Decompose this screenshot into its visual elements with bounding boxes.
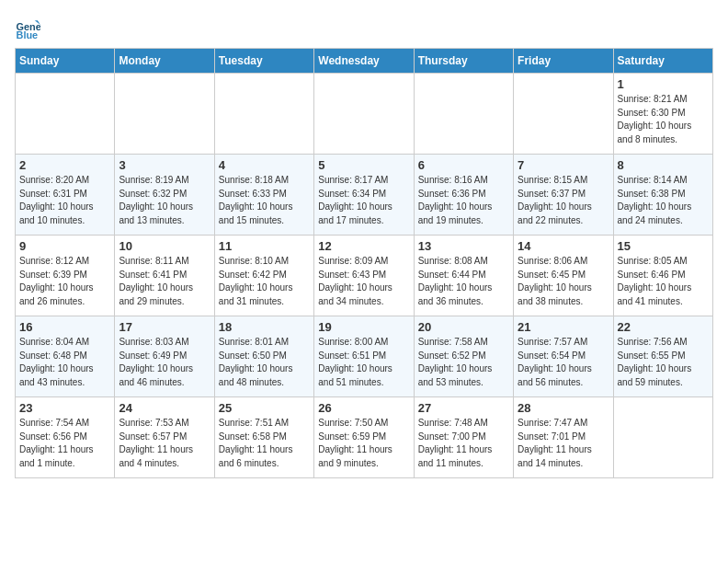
day-number: 3 <box>119 158 210 172</box>
calendar-week-3: 9Sunrise: 8:12 AM Sunset: 6:39 PM Daylig… <box>16 236 713 316</box>
calendar-cell <box>115 74 214 155</box>
calendar-cell: 9Sunrise: 8:12 AM Sunset: 6:39 PM Daylig… <box>16 236 115 316</box>
day-info: Sunrise: 8:10 AM Sunset: 6:42 PM Dayligh… <box>219 255 310 308</box>
calendar-cell: 15Sunrise: 8:05 AM Sunset: 6:46 PM Dayli… <box>613 236 712 316</box>
day-info: Sunrise: 8:08 AM Sunset: 6:44 PM Dayligh… <box>418 255 509 308</box>
day-info: Sunrise: 8:01 AM Sunset: 6:50 PM Dayligh… <box>219 336 310 389</box>
day-number: 12 <box>318 239 409 253</box>
weekday-header-wednesday: Wednesday <box>314 49 414 74</box>
day-info: Sunrise: 8:19 AM Sunset: 6:32 PM Dayligh… <box>119 174 210 227</box>
day-info: Sunrise: 8:12 AM Sunset: 6:39 PM Dayligh… <box>19 255 110 308</box>
day-number: 23 <box>19 401 110 415</box>
day-info: Sunrise: 8:11 AM Sunset: 6:41 PM Dayligh… <box>119 255 210 308</box>
day-number: 27 <box>418 401 509 415</box>
day-number: 10 <box>119 239 210 253</box>
svg-text:Blue: Blue <box>17 29 39 40</box>
calendar-cell: 8Sunrise: 8:14 AM Sunset: 6:38 PM Daylig… <box>613 155 712 236</box>
day-number: 8 <box>618 158 709 172</box>
day-number: 19 <box>318 320 409 334</box>
day-info: Sunrise: 7:58 AM Sunset: 6:52 PM Dayligh… <box>418 336 509 389</box>
calendar-week-2: 2Sunrise: 8:20 AM Sunset: 6:31 PM Daylig… <box>16 155 713 236</box>
calendar-header: SundayMondayTuesdayWednesdayThursdayFrid… <box>16 49 713 74</box>
weekday-header-tuesday: Tuesday <box>214 49 313 74</box>
calendar-cell: 21Sunrise: 7:57 AM Sunset: 6:54 PM Dayli… <box>514 316 613 397</box>
calendar-body: 1Sunrise: 8:21 AM Sunset: 6:30 PM Daylig… <box>16 74 713 478</box>
calendar-cell: 19Sunrise: 8:00 AM Sunset: 6:51 PM Dayli… <box>314 316 414 397</box>
day-info: Sunrise: 7:50 AM Sunset: 6:59 PM Dayligh… <box>318 417 409 470</box>
day-number: 6 <box>418 158 509 172</box>
day-number: 28 <box>518 401 609 415</box>
day-number: 7 <box>518 158 609 172</box>
day-number: 17 <box>119 320 210 334</box>
day-info: Sunrise: 7:57 AM Sunset: 6:54 PM Dayligh… <box>518 336 609 389</box>
calendar-cell: 26Sunrise: 7:50 AM Sunset: 6:59 PM Dayli… <box>314 397 414 478</box>
day-number: 25 <box>219 401 310 415</box>
calendar-cell: 2Sunrise: 8:20 AM Sunset: 6:31 PM Daylig… <box>16 155 115 236</box>
weekday-header-friday: Friday <box>514 49 613 74</box>
weekday-header-saturday: Saturday <box>613 49 712 74</box>
calendar-cell: 5Sunrise: 8:17 AM Sunset: 6:34 PM Daylig… <box>314 155 414 236</box>
day-info: Sunrise: 8:00 AM Sunset: 6:51 PM Dayligh… <box>318 336 409 389</box>
day-number: 14 <box>518 239 609 253</box>
day-number: 26 <box>318 401 409 415</box>
calendar-cell <box>16 74 115 155</box>
day-info: Sunrise: 8:16 AM Sunset: 6:36 PM Dayligh… <box>418 174 509 227</box>
calendar-cell: 24Sunrise: 7:53 AM Sunset: 6:57 PM Dayli… <box>115 397 214 478</box>
day-number: 22 <box>618 320 709 334</box>
logo: General Blue <box>15 15 44 40</box>
calendar-cell: 6Sunrise: 8:16 AM Sunset: 6:36 PM Daylig… <box>414 155 513 236</box>
weekday-header-sunday: Sunday <box>16 49 115 74</box>
calendar-cell: 13Sunrise: 8:08 AM Sunset: 6:44 PM Dayli… <box>414 236 513 316</box>
day-number: 16 <box>19 320 110 334</box>
calendar-cell: 16Sunrise: 8:04 AM Sunset: 6:48 PM Dayli… <box>16 316 115 397</box>
day-info: Sunrise: 7:54 AM Sunset: 6:56 PM Dayligh… <box>19 417 110 470</box>
day-info: Sunrise: 8:05 AM Sunset: 6:46 PM Dayligh… <box>618 255 709 308</box>
logo-icon: General Blue <box>15 15 40 40</box>
calendar-cell: 27Sunrise: 7:48 AM Sunset: 7:00 PM Dayli… <box>414 397 513 478</box>
calendar-week-1: 1Sunrise: 8:21 AM Sunset: 6:30 PM Daylig… <box>16 74 713 155</box>
day-info: Sunrise: 7:48 AM Sunset: 7:00 PM Dayligh… <box>418 417 509 470</box>
day-info: Sunrise: 7:51 AM Sunset: 6:58 PM Dayligh… <box>219 417 310 470</box>
calendar-cell <box>214 74 313 155</box>
day-info: Sunrise: 8:18 AM Sunset: 6:33 PM Dayligh… <box>219 174 310 227</box>
calendar-week-4: 16Sunrise: 8:04 AM Sunset: 6:48 PM Dayli… <box>16 316 713 397</box>
calendar-table: SundayMondayTuesdayWednesdayThursdayFrid… <box>15 48 713 478</box>
calendar-cell <box>613 397 712 478</box>
day-number: 15 <box>618 239 709 253</box>
calendar-cell: 20Sunrise: 7:58 AM Sunset: 6:52 PM Dayli… <box>414 316 513 397</box>
day-info: Sunrise: 7:47 AM Sunset: 7:01 PM Dayligh… <box>518 417 609 470</box>
day-number: 9 <box>19 239 110 253</box>
calendar-cell: 14Sunrise: 8:06 AM Sunset: 6:45 PM Dayli… <box>514 236 613 316</box>
calendar-cell: 4Sunrise: 8:18 AM Sunset: 6:33 PM Daylig… <box>214 155 313 236</box>
day-info: Sunrise: 8:03 AM Sunset: 6:49 PM Dayligh… <box>119 336 210 389</box>
calendar-cell: 12Sunrise: 8:09 AM Sunset: 6:43 PM Dayli… <box>314 236 414 316</box>
calendar-cell <box>314 74 414 155</box>
calendar-cell <box>514 74 613 155</box>
calendar-cell: 7Sunrise: 8:15 AM Sunset: 6:37 PM Daylig… <box>514 155 613 236</box>
calendar-cell <box>414 74 513 155</box>
day-number: 20 <box>418 320 509 334</box>
calendar-cell: 25Sunrise: 7:51 AM Sunset: 6:58 PM Dayli… <box>214 397 313 478</box>
calendar-week-5: 23Sunrise: 7:54 AM Sunset: 6:56 PM Dayli… <box>16 397 713 478</box>
day-number: 11 <box>219 239 310 253</box>
day-info: Sunrise: 7:53 AM Sunset: 6:57 PM Dayligh… <box>119 417 210 470</box>
day-number: 21 <box>518 320 609 334</box>
day-info: Sunrise: 8:04 AM Sunset: 6:48 PM Dayligh… <box>19 336 110 389</box>
day-info: Sunrise: 8:15 AM Sunset: 6:37 PM Dayligh… <box>518 174 609 227</box>
calendar-cell: 10Sunrise: 8:11 AM Sunset: 6:41 PM Dayli… <box>115 236 214 316</box>
weekday-header-monday: Monday <box>115 49 214 74</box>
day-number: 18 <box>219 320 310 334</box>
day-number: 4 <box>219 158 310 172</box>
day-number: 13 <box>418 239 509 253</box>
day-info: Sunrise: 8:20 AM Sunset: 6:31 PM Dayligh… <box>19 174 110 227</box>
calendar-cell: 18Sunrise: 8:01 AM Sunset: 6:50 PM Dayli… <box>214 316 313 397</box>
day-number: 24 <box>119 401 210 415</box>
calendar-cell: 1Sunrise: 8:21 AM Sunset: 6:30 PM Daylig… <box>613 74 712 155</box>
day-info: Sunrise: 8:21 AM Sunset: 6:30 PM Dayligh… <box>618 93 709 146</box>
calendar-cell: 28Sunrise: 7:47 AM Sunset: 7:01 PM Dayli… <box>514 397 613 478</box>
day-info: Sunrise: 8:06 AM Sunset: 6:45 PM Dayligh… <box>518 255 609 308</box>
calendar-cell: 3Sunrise: 8:19 AM Sunset: 6:32 PM Daylig… <box>115 155 214 236</box>
day-info: Sunrise: 8:17 AM Sunset: 6:34 PM Dayligh… <box>318 174 409 227</box>
day-info: Sunrise: 8:14 AM Sunset: 6:38 PM Dayligh… <box>618 174 709 227</box>
header-row: SundayMondayTuesdayWednesdayThursdayFrid… <box>16 49 713 74</box>
